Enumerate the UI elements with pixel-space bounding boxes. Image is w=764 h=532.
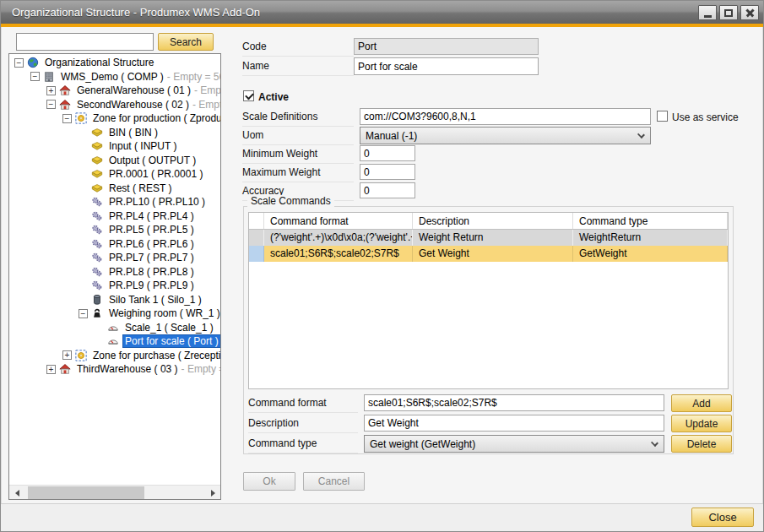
tree-item[interactable]: Scale_1 ( Scale_1 ) bbox=[9, 321, 220, 335]
gears-icon bbox=[91, 196, 104, 208]
tree-item[interactable]: PR.0001 ( PR.0001 ) bbox=[9, 167, 220, 182]
gears-icon bbox=[91, 280, 104, 291]
minimum-weight-label: Minimum Weight bbox=[242, 148, 354, 164]
expander-icon[interactable]: + bbox=[46, 365, 56, 374]
tree-item[interactable]: −WMS_Demo ( COMP )- Empty = 56/5 bbox=[9, 70, 220, 84]
scale-icon bbox=[107, 335, 120, 347]
scale-commands-title: Scale Commands bbox=[247, 195, 334, 207]
table-cell: Get Weight bbox=[413, 246, 573, 262]
tree-item[interactable]: −SecondWarehouse ( 02 )- Empty bbox=[9, 98, 220, 112]
accuracy-field[interactable] bbox=[360, 182, 415, 198]
maximum-weight-field[interactable] bbox=[360, 164, 415, 180]
close-button[interactable]: Close bbox=[691, 508, 754, 527]
command-format-field[interactable] bbox=[364, 394, 664, 411]
bin-icon bbox=[91, 155, 104, 166]
column-header-command-type[interactable]: Command type bbox=[573, 213, 728, 229]
close-window-button[interactable] bbox=[740, 5, 759, 20]
uom-select[interactable]: Manual (-1) bbox=[360, 127, 651, 144]
tree-item[interactable]: Input ( INPUT ) bbox=[9, 139, 220, 154]
tree-item[interactable]: −Weighing room ( WR_1 ) bbox=[9, 307, 220, 321]
bin-icon bbox=[91, 140, 104, 152]
expander-spacer bbox=[79, 198, 88, 207]
use-as-service-checkbox[interactable] bbox=[657, 111, 668, 122]
ok-button[interactable]: Ok bbox=[243, 472, 295, 491]
minimize-button[interactable] bbox=[698, 5, 717, 20]
command-type-select[interactable]: Get weight (GetWeight) bbox=[364, 435, 664, 453]
scroll-right-arrow[interactable] bbox=[206, 486, 220, 500]
add-button[interactable]: Add bbox=[671, 394, 732, 412]
expander-icon[interactable]: − bbox=[30, 72, 40, 81]
name-field[interactable] bbox=[354, 57, 539, 75]
tree-item[interactable]: +Zone for purchase ( Zreception ) bbox=[9, 349, 220, 363]
command-format-label: Command format bbox=[248, 397, 358, 413]
cancel-button[interactable]: Cancel bbox=[303, 472, 365, 491]
tree-item[interactable]: PR.PL4 ( PR.PL4 ) bbox=[9, 209, 220, 224]
tree-item[interactable]: PR.PL7 ( PR.PL7 ) bbox=[9, 251, 220, 265]
expander-icon[interactable]: + bbox=[46, 86, 56, 95]
row-selector-cell[interactable] bbox=[249, 246, 264, 262]
active-checkbox[interactable] bbox=[243, 90, 254, 101]
column-header-command-format[interactable]: Command format bbox=[264, 213, 413, 229]
expander-icon[interactable]: − bbox=[14, 58, 24, 68]
uom-label: Uom bbox=[242, 129, 354, 145]
tree-item[interactable]: +ThirdWarehouse ( 03 )- Empty = 0 bbox=[9, 362, 220, 377]
use-as-service-label: Use as service bbox=[672, 111, 739, 123]
code-label: Code bbox=[242, 41, 354, 57]
update-button[interactable]: Update bbox=[671, 415, 732, 432]
tree-item[interactable]: Output ( OUTPUT ) bbox=[9, 154, 220, 168]
tree-item[interactable]: −Zone for production ( Zproduction ) bbox=[9, 111, 220, 126]
expander-spacer bbox=[79, 142, 88, 151]
tree-item[interactable]: PR.PL8 ( PR.PL8 ) bbox=[9, 265, 220, 280]
tree-item-label: PR.PL4 ( PR.PL4 ) bbox=[107, 210, 196, 222]
expander-spacer bbox=[79, 211, 88, 220]
tree-item-label: Organizational Structure bbox=[43, 57, 155, 68]
expander-icon[interactable]: + bbox=[62, 350, 72, 360]
maximize-button[interactable] bbox=[719, 5, 738, 20]
tree-item[interactable]: BIN ( BIN ) bbox=[9, 126, 220, 140]
table-cell: (?'weight'.+)\x0d\x0a;(?'weight'.+)\x... bbox=[264, 230, 413, 246]
expander-icon[interactable]: − bbox=[79, 309, 88, 318]
expander-icon[interactable]: − bbox=[62, 114, 72, 123]
minimum-weight-field[interactable] bbox=[360, 145, 415, 161]
tree-item[interactable]: Port for scale ( Port ) bbox=[9, 334, 220, 349]
window-controls bbox=[698, 5, 759, 20]
company-icon bbox=[43, 71, 56, 83]
scroll-left-arrow[interactable] bbox=[9, 486, 24, 500]
scale-definitions-field[interactable] bbox=[360, 108, 651, 125]
scroll-thumb[interactable] bbox=[28, 486, 144, 499]
zone-icon bbox=[75, 112, 88, 124]
scale-definitions-label: Scale Definitions bbox=[242, 111, 354, 127]
tree-item[interactable]: −Organizational Structure bbox=[9, 56, 220, 70]
table-cell: Weight Return bbox=[413, 230, 573, 246]
tree-item[interactable]: PR.PL9 ( PR.PL9 ) bbox=[9, 279, 220, 293]
horizontal-scrollbar[interactable] bbox=[9, 485, 220, 499]
tree-item[interactable]: Silo Tank 1 ( Silo_1 ) bbox=[9, 293, 220, 307]
tree-item[interactable]: PR.PL10 ( PR.PL10 ) bbox=[9, 195, 220, 209]
tree-item-label: Output ( OUTPUT ) bbox=[107, 155, 198, 166]
tree-item[interactable]: PR.PL5 ( PR.PL5 ) bbox=[9, 223, 220, 237]
table-header-row: Command format Description Command type bbox=[249, 213, 728, 230]
delete-button[interactable]: Delete bbox=[671, 435, 732, 453]
expander-spacer bbox=[79, 253, 88, 263]
gears-icon bbox=[91, 238, 104, 250]
row-selector-cell[interactable] bbox=[249, 230, 264, 246]
column-header-description[interactable]: Description bbox=[413, 213, 573, 229]
search-button[interactable]: Search bbox=[158, 33, 214, 51]
search-input[interactable] bbox=[16, 33, 154, 51]
tree-item-suffix: - Empty = 56/5 bbox=[165, 71, 220, 83]
selector-column-header bbox=[249, 213, 264, 229]
expander-spacer bbox=[79, 155, 88, 165]
tree-item[interactable]: +GeneralWarehouse ( 01 )- Empty bbox=[9, 84, 220, 98]
titlebar[interactable]: Organizational Structure - Produmex WMS … bbox=[1, 1, 763, 24]
tree-item-suffix: - Empty bbox=[192, 84, 220, 96]
expander-icon[interactable]: − bbox=[46, 100, 56, 109]
maximize-icon bbox=[724, 9, 733, 17]
tree-item-label: PR.PL9 ( PR.PL9 ) bbox=[107, 280, 196, 291]
description-field[interactable] bbox=[364, 415, 664, 432]
scale-icon bbox=[107, 322, 120, 334]
tree-item[interactable]: PR.PL6 ( PR.PL6 ) bbox=[9, 237, 220, 252]
tree-item[interactable]: Rest ( REST ) bbox=[9, 182, 220, 196]
table-row[interactable]: scale01;S6R$;scale02;S7R$Get WeightGetWe… bbox=[249, 246, 728, 262]
table-row[interactable]: (?'weight'.+)\x0d\x0a;(?'weight'.+)\x...… bbox=[249, 230, 728, 246]
tree-item-label: SecondWarehouse ( 02 ) bbox=[75, 99, 191, 111]
